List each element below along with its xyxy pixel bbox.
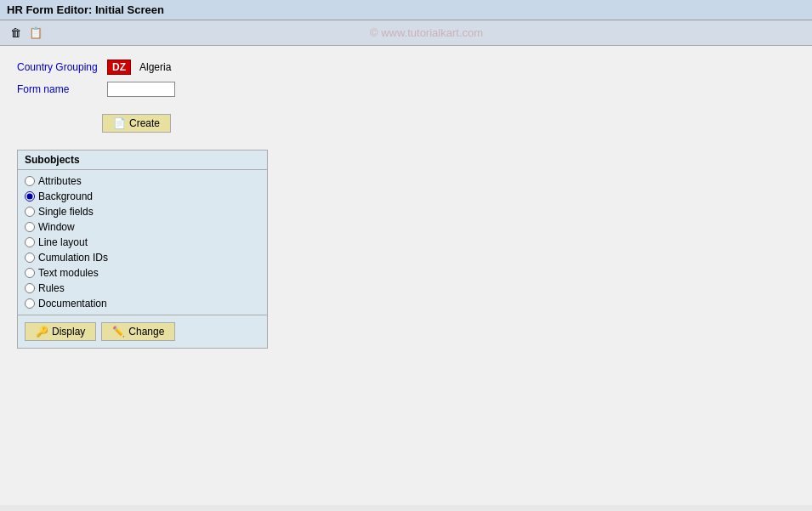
toolbar: 🗑 📋 © www.tutorialkart.com bbox=[0, 20, 812, 46]
documentation-radio[interactable] bbox=[25, 298, 35, 309]
change-button[interactable]: ✏️ Change bbox=[101, 322, 175, 341]
display-icon: 🔑 bbox=[36, 326, 48, 338]
list-item[interactable]: Window bbox=[25, 221, 260, 233]
list-item[interactable]: Text modules bbox=[25, 267, 260, 279]
list-item[interactable]: Rules bbox=[25, 282, 260, 294]
country-grouping-row: Country Grouping DZ Algeria bbox=[17, 60, 795, 75]
line-layout-radio[interactable] bbox=[25, 237, 35, 247]
subobjects-panel: Subobjects Attributes Background Single … bbox=[17, 150, 268, 349]
subobjects-header: Subobjects bbox=[18, 150, 267, 170]
subobjects-buttons: 🔑 Display ✏️ Change bbox=[18, 315, 267, 348]
rules-label: Rules bbox=[38, 282, 65, 294]
page-title: HR Form Editor: Initial Screen bbox=[7, 3, 164, 16]
list-item[interactable]: Line layout bbox=[25, 236, 260, 248]
list-item[interactable]: Single fields bbox=[25, 206, 260, 218]
form-name-input[interactable] bbox=[107, 82, 175, 97]
form-name-label: Form name bbox=[17, 83, 102, 95]
form-name-row: Form name bbox=[17, 82, 795, 97]
cumulation-ids-radio[interactable] bbox=[25, 253, 35, 263]
change-icon: ✏️ bbox=[112, 326, 125, 338]
window-label: Window bbox=[38, 221, 75, 233]
country-code[interactable]: DZ bbox=[107, 60, 131, 75]
background-label: Background bbox=[38, 190, 93, 202]
single-fields-radio[interactable] bbox=[25, 207, 35, 217]
window-radio[interactable] bbox=[25, 222, 35, 232]
create-icon: 📄 bbox=[113, 117, 126, 129]
delete-icon[interactable]: 🗑 bbox=[7, 26, 24, 41]
change-label: Change bbox=[128, 326, 164, 338]
copy-icon[interactable]: 📋 bbox=[27, 26, 44, 41]
documentation-label: Documentation bbox=[38, 298, 107, 309]
list-item[interactable]: Cumulation IDs bbox=[25, 252, 260, 264]
list-item[interactable]: Documentation bbox=[25, 298, 260, 309]
country-grouping-label: Country Grouping bbox=[17, 61, 102, 73]
main-content: Country Grouping DZ Algeria Form name 📄 … bbox=[0, 46, 812, 505]
title-bar: HR Form Editor: Initial Screen bbox=[0, 0, 812, 20]
create-button[interactable]: 📄 Create bbox=[102, 114, 171, 133]
cumulation-ids-label: Cumulation IDs bbox=[38, 252, 108, 264]
text-modules-radio[interactable] bbox=[25, 268, 35, 278]
attributes-label: Attributes bbox=[38, 175, 82, 187]
line-layout-label: Line layout bbox=[38, 236, 88, 248]
watermark: © www.tutorialkart.com bbox=[48, 26, 805, 39]
rules-radio[interactable] bbox=[25, 283, 35, 293]
form-section: Country Grouping DZ Algeria Form name bbox=[17, 60, 795, 97]
subobjects-list: Attributes Background Single fields Wind… bbox=[18, 170, 267, 315]
create-button-row: 📄 Create bbox=[102, 114, 795, 133]
display-button[interactable]: 🔑 Display bbox=[25, 322, 96, 341]
attributes-radio[interactable] bbox=[25, 176, 35, 186]
country-name: Algeria bbox=[139, 61, 171, 73]
create-label: Create bbox=[129, 117, 160, 129]
background-radio[interactable] bbox=[25, 191, 35, 202]
display-label: Display bbox=[52, 326, 85, 338]
list-item[interactable]: Background bbox=[25, 190, 260, 202]
text-modules-label: Text modules bbox=[38, 267, 99, 279]
single-fields-label: Single fields bbox=[38, 206, 94, 218]
list-item[interactable]: Attributes bbox=[25, 175, 260, 187]
